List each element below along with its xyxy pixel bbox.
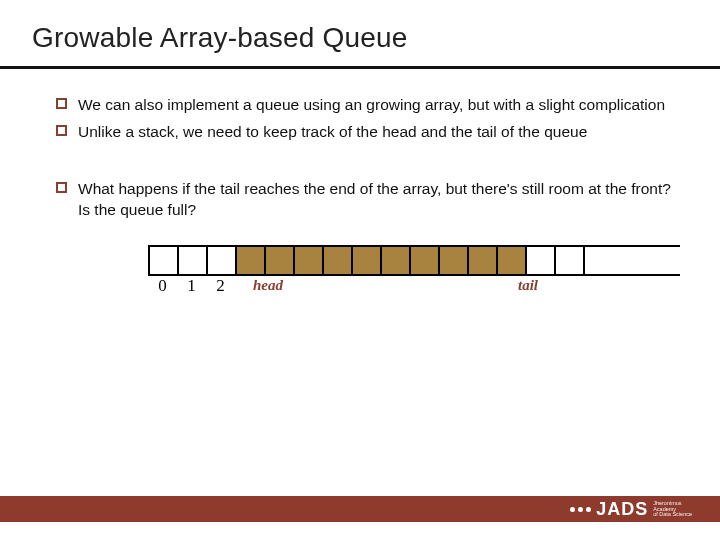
array-cell	[295, 247, 324, 274]
bullet-marker-icon	[56, 182, 67, 193]
bullet-text: What happens if the tail reaches the end…	[78, 180, 671, 218]
head-pointer-label: head	[253, 275, 283, 295]
tail-pointer-label: tail	[518, 275, 538, 295]
array-cell	[498, 247, 527, 274]
array-cell	[150, 247, 179, 274]
array-cell	[353, 247, 382, 274]
array-cell	[411, 247, 440, 274]
content-area: We can also implement a queue using an g…	[0, 69, 720, 276]
array-cell	[324, 247, 353, 274]
bullet-item: We can also implement a queue using an g…	[56, 95, 680, 116]
index-label: 1	[177, 275, 206, 298]
array-diagram: 0 1 2 head tail	[148, 245, 680, 276]
logo-subtitle: Jheronimus Academy of Data Science	[653, 501, 692, 518]
bullet-item: What happens if the tail reaches the end…	[56, 179, 680, 221]
array-cell	[237, 247, 266, 274]
bullet-text: Unlike a stack, we need to keep track of…	[78, 123, 587, 140]
array-cell	[382, 247, 411, 274]
index-label: 2	[206, 275, 235, 298]
title-area: Growable Array-based Queue	[0, 0, 720, 62]
array-cell	[527, 247, 556, 274]
index-row: 0 1 2	[148, 275, 235, 298]
bullet-text: We can also implement a queue using an g…	[78, 96, 665, 113]
logo-dots-icon	[570, 507, 591, 512]
array-cell	[208, 247, 237, 274]
bullet-marker-icon	[56, 98, 67, 109]
array-cells	[148, 245, 680, 276]
array-cell	[266, 247, 295, 274]
slide-title: Growable Array-based Queue	[32, 22, 720, 54]
jads-logo: JADS Jheronimus Academy of Data Science	[570, 499, 692, 520]
array-cell	[440, 247, 469, 274]
array-cell	[469, 247, 498, 274]
bullet-marker-icon	[56, 125, 67, 136]
logo-text: JADS	[596, 499, 648, 520]
array-cell	[556, 247, 585, 274]
bullet-item: Unlike a stack, we need to keep track of…	[56, 122, 680, 143]
array-cell	[179, 247, 208, 274]
index-label: 0	[148, 275, 177, 298]
